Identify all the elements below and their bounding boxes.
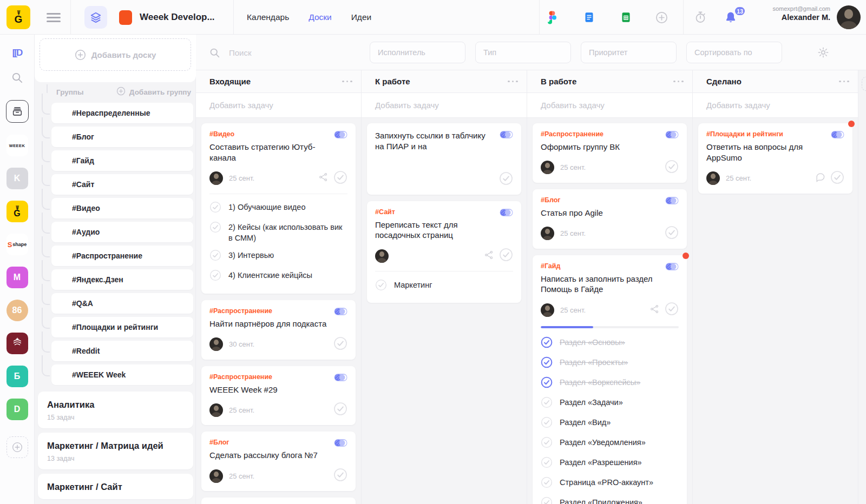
task-type-toggle-icon[interactable]	[500, 209, 513, 241]
share-icon[interactable]	[484, 250, 494, 262]
complete-task-button[interactable]	[830, 170, 844, 187]
workspace-item-m[interactable]: M	[6, 267, 28, 288]
task-card[interactable]: #ГайдСобрать список вопросов для FAQ	[201, 498, 356, 504]
complete-task-button[interactable]	[499, 248, 513, 264]
group-item[interactable]: #Q&A	[51, 293, 193, 314]
group-item[interactable]: #Аудио	[51, 222, 193, 242]
complete-task-button[interactable]	[333, 402, 347, 418]
task-card[interactable]: #Площадки и рейтингиОтветить на вопросы …	[698, 123, 852, 194]
complete-task-button[interactable]	[333, 336, 347, 353]
subtask-checkbox[interactable]	[541, 416, 553, 430]
subtask-checkbox[interactable]	[209, 201, 221, 215]
workspace-item-shape[interactable]: Sshape	[6, 234, 28, 255]
assignee-avatar[interactable]	[209, 337, 223, 351]
subtask-checkbox[interactable]	[541, 376, 553, 390]
subtask-checkbox[interactable]	[209, 269, 221, 283]
group-item[interactable]: #WEEEK Week	[51, 364, 193, 385]
share-icon[interactable]	[318, 172, 329, 184]
task-type-toggle-icon[interactable]	[334, 131, 347, 163]
filter-dropdown[interactable]: Приоритет	[581, 42, 677, 63]
subtask-checkbox[interactable]	[541, 456, 553, 470]
assignee-avatar[interactable]	[541, 161, 554, 174]
google-docs-icon[interactable]	[578, 11, 600, 24]
complete-task-button[interactable]	[665, 302, 679, 318]
group-item[interactable]: #Нераспределенные	[51, 103, 193, 123]
tab-boards[interactable]: Доски	[309, 12, 331, 22]
group-item[interactable]: #Сайт	[51, 174, 193, 195]
workspace-item-weeek[interactable]: WEEEK	[6, 135, 28, 156]
subtask-checkbox[interactable]	[541, 476, 553, 490]
sidebar-search-button[interactable]	[11, 71, 23, 86]
sidebar-boards-nav[interactable]	[6, 100, 29, 123]
subtask-checkbox[interactable]	[209, 249, 221, 263]
timer-icon[interactable]	[690, 11, 711, 24]
task-card[interactable]: #ГайдНаписать и заполнить раздел Помощь …	[533, 255, 687, 504]
complete-task-button[interactable]	[665, 226, 679, 242]
bell-icon[interactable]: 13	[720, 11, 742, 24]
complete-task-button[interactable]	[333, 170, 347, 187]
share-icon[interactable]	[650, 304, 660, 316]
menu-toggle-icon[interactable]	[47, 13, 61, 24]
subtask-checkbox[interactable]	[541, 356, 553, 370]
group-item[interactable]: #Гайд	[51, 150, 193, 171]
task-type-toggle-icon[interactable]	[665, 197, 679, 218]
task-card[interactable]: #СайтПереписать текст для посадочных стр…	[367, 201, 521, 303]
group-item[interactable]: #Reddit	[51, 341, 193, 361]
workspace-item-gusarov[interactable]: \|/G	[6, 201, 28, 222]
board-search[interactable]: Поиск	[209, 35, 252, 70]
add-integration-icon[interactable]	[651, 11, 672, 24]
board-card[interactable]: Маркетинг / Матрица идей 13 задач	[38, 433, 193, 469]
filter-dropdown[interactable]: Исполнитель	[370, 42, 465, 63]
complete-task-button[interactable]	[333, 468, 347, 484]
assignee-avatar[interactable]	[706, 171, 720, 185]
group-item[interactable]: #Видео	[51, 198, 193, 218]
assignee-avatar[interactable]	[541, 227, 554, 240]
subtask-checkbox[interactable]	[541, 436, 553, 450]
assignee-avatar[interactable]	[209, 171, 223, 185]
subtask-checkbox[interactable]	[375, 279, 387, 293]
workspace-item-b[interactable]: Б	[6, 366, 28, 387]
assignee-avatar[interactable]	[541, 303, 554, 317]
assignee-avatar[interactable]	[209, 469, 223, 483]
column-menu-icon[interactable]	[508, 77, 518, 86]
task-card[interactable]: Запихнуть ссылки в таблчику на ПИАР и на	[367, 123, 521, 195]
complete-task-button[interactable]	[665, 160, 679, 176]
workspace-item-k[interactable]: K	[6, 168, 28, 189]
group-item[interactable]: #Яндекс.Дзен	[51, 269, 193, 290]
task-card[interactable]: #ВидеоСоставить стратегию Ютуб-канала25 …	[201, 123, 356, 294]
task-type-toggle-icon[interactable]	[334, 439, 347, 461]
task-card[interactable]: #БлогСделать рассылку блога №725 сент.	[201, 432, 356, 491]
user-avatar[interactable]	[837, 5, 861, 29]
task-type-toggle-icon[interactable]	[831, 131, 844, 163]
column-menu-icon[interactable]	[839, 77, 849, 86]
comment-icon[interactable]	[815, 172, 825, 184]
weeek-brand-icon[interactable]: [[D	[12, 48, 22, 58]
workspace-item-86[interactable]: 86	[6, 300, 28, 321]
subtask-checkbox[interactable]	[541, 396, 553, 410]
subtask-checkbox[interactable]	[209, 221, 221, 235]
user-block[interactable]: somexprt@gmail.com Alexander M.	[772, 5, 830, 22]
group-item[interactable]: #Распространение	[51, 246, 193, 266]
google-sheets-icon[interactable]	[615, 11, 637, 24]
task-card[interactable]: #РаспространениеОформить группу ВК25 сен…	[533, 123, 687, 183]
workspace-item-d[interactable]: D	[6, 399, 28, 420]
filter-dropdown[interactable]: Тип	[475, 42, 571, 63]
add-task-input[interactable]: Добавить задачу	[693, 93, 858, 118]
tab-calendar[interactable]: Календарь	[247, 12, 289, 22]
filter-dropdown[interactable]: Сортировать по	[686, 42, 782, 63]
add-task-input[interactable]: Добавить задачу	[196, 93, 361, 118]
add-workspace-button[interactable]	[6, 436, 28, 458]
add-group-button[interactable]: Добавить группу	[116, 87, 191, 97]
add-column-button[interactable]	[858, 70, 866, 504]
column-menu-icon[interactable]	[342, 77, 352, 86]
task-card[interactable]: #РаспространениеНайти партнёров для подк…	[201, 300, 356, 360]
board-card[interactable]: Маркетинг / Сайт	[38, 474, 193, 499]
add-task-input[interactable]: Добавить задачу	[527, 93, 692, 118]
tab-ideas[interactable]: Идеи	[351, 12, 371, 22]
task-type-toggle-icon[interactable]	[665, 131, 679, 152]
add-task-input[interactable]: Добавить задачу	[362, 93, 527, 118]
group-item[interactable]: #Блог	[51, 127, 193, 147]
workspace-item-crest[interactable]	[6, 333, 28, 354]
task-card[interactable]: #БлогСтатья про Agile25 сент.	[533, 189, 687, 249]
task-type-toggle-icon[interactable]	[334, 374, 347, 395]
